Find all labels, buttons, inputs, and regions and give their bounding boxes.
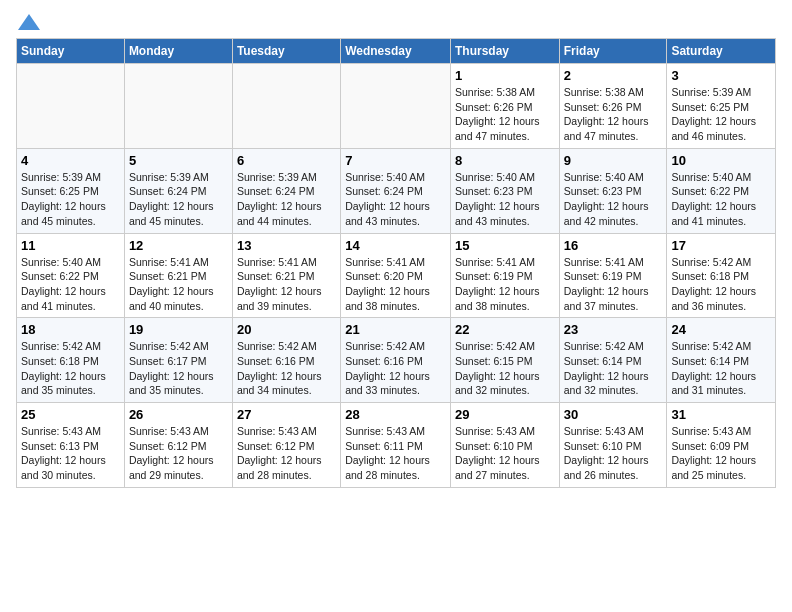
day-number: 28	[345, 407, 446, 422]
day-info: Sunrise: 5:43 AM Sunset: 6:13 PM Dayligh…	[21, 424, 120, 483]
calendar-header-saturday: Saturday	[667, 39, 776, 64]
day-number: 2	[564, 68, 663, 83]
logo	[16, 16, 40, 30]
day-info: Sunrise: 5:38 AM Sunset: 6:26 PM Dayligh…	[455, 85, 555, 144]
day-number: 22	[455, 322, 555, 337]
day-info: Sunrise: 5:42 AM Sunset: 6:15 PM Dayligh…	[455, 339, 555, 398]
day-info: Sunrise: 5:43 AM Sunset: 6:09 PM Dayligh…	[671, 424, 771, 483]
calendar-cell: 7Sunrise: 5:40 AM Sunset: 6:24 PM Daylig…	[341, 148, 451, 233]
day-info: Sunrise: 5:43 AM Sunset: 6:10 PM Dayligh…	[564, 424, 663, 483]
day-info: Sunrise: 5:42 AM Sunset: 6:14 PM Dayligh…	[671, 339, 771, 398]
calendar-cell: 30Sunrise: 5:43 AM Sunset: 6:10 PM Dayli…	[559, 403, 667, 488]
day-info: Sunrise: 5:41 AM Sunset: 6:19 PM Dayligh…	[564, 255, 663, 314]
calendar-cell: 26Sunrise: 5:43 AM Sunset: 6:12 PM Dayli…	[124, 403, 232, 488]
day-number: 13	[237, 238, 336, 253]
day-info: Sunrise: 5:41 AM Sunset: 6:21 PM Dayligh…	[237, 255, 336, 314]
day-number: 12	[129, 238, 228, 253]
day-info: Sunrise: 5:39 AM Sunset: 6:25 PM Dayligh…	[671, 85, 771, 144]
day-info: Sunrise: 5:41 AM Sunset: 6:20 PM Dayligh…	[345, 255, 446, 314]
calendar-week-2: 11Sunrise: 5:40 AM Sunset: 6:22 PM Dayli…	[17, 233, 776, 318]
calendar-cell	[124, 64, 232, 149]
day-info: Sunrise: 5:43 AM Sunset: 6:10 PM Dayligh…	[455, 424, 555, 483]
calendar-week-3: 18Sunrise: 5:42 AM Sunset: 6:18 PM Dayli…	[17, 318, 776, 403]
calendar-cell: 25Sunrise: 5:43 AM Sunset: 6:13 PM Dayli…	[17, 403, 125, 488]
calendar-week-1: 4Sunrise: 5:39 AM Sunset: 6:25 PM Daylig…	[17, 148, 776, 233]
day-number: 4	[21, 153, 120, 168]
day-info: Sunrise: 5:41 AM Sunset: 6:21 PM Dayligh…	[129, 255, 228, 314]
day-number: 16	[564, 238, 663, 253]
day-number: 27	[237, 407, 336, 422]
calendar-cell: 27Sunrise: 5:43 AM Sunset: 6:12 PM Dayli…	[232, 403, 340, 488]
calendar-header-thursday: Thursday	[450, 39, 559, 64]
day-info: Sunrise: 5:40 AM Sunset: 6:22 PM Dayligh…	[21, 255, 120, 314]
calendar-cell: 18Sunrise: 5:42 AM Sunset: 6:18 PM Dayli…	[17, 318, 125, 403]
day-info: Sunrise: 5:42 AM Sunset: 6:17 PM Dayligh…	[129, 339, 228, 398]
calendar-cell: 3Sunrise: 5:39 AM Sunset: 6:25 PM Daylig…	[667, 64, 776, 149]
day-number: 8	[455, 153, 555, 168]
calendar-cell: 13Sunrise: 5:41 AM Sunset: 6:21 PM Dayli…	[232, 233, 340, 318]
day-number: 9	[564, 153, 663, 168]
day-info: Sunrise: 5:43 AM Sunset: 6:12 PM Dayligh…	[129, 424, 228, 483]
day-info: Sunrise: 5:40 AM Sunset: 6:24 PM Dayligh…	[345, 170, 446, 229]
calendar-cell: 29Sunrise: 5:43 AM Sunset: 6:10 PM Dayli…	[450, 403, 559, 488]
calendar-cell: 15Sunrise: 5:41 AM Sunset: 6:19 PM Dayli…	[450, 233, 559, 318]
calendar-cell: 21Sunrise: 5:42 AM Sunset: 6:16 PM Dayli…	[341, 318, 451, 403]
calendar-header-monday: Monday	[124, 39, 232, 64]
day-number: 20	[237, 322, 336, 337]
svg-marker-0	[18, 14, 40, 30]
day-info: Sunrise: 5:42 AM Sunset: 6:14 PM Dayligh…	[564, 339, 663, 398]
calendar-header-tuesday: Tuesday	[232, 39, 340, 64]
calendar-cell	[341, 64, 451, 149]
calendar-cell: 16Sunrise: 5:41 AM Sunset: 6:19 PM Dayli…	[559, 233, 667, 318]
day-info: Sunrise: 5:38 AM Sunset: 6:26 PM Dayligh…	[564, 85, 663, 144]
page-header	[16, 16, 776, 30]
calendar-cell: 5Sunrise: 5:39 AM Sunset: 6:24 PM Daylig…	[124, 148, 232, 233]
day-number: 1	[455, 68, 555, 83]
calendar-cell: 11Sunrise: 5:40 AM Sunset: 6:22 PM Dayli…	[17, 233, 125, 318]
calendar-cell: 12Sunrise: 5:41 AM Sunset: 6:21 PM Dayli…	[124, 233, 232, 318]
calendar-table: SundayMondayTuesdayWednesdayThursdayFrid…	[16, 38, 776, 488]
day-number: 14	[345, 238, 446, 253]
calendar-cell: 31Sunrise: 5:43 AM Sunset: 6:09 PM Dayli…	[667, 403, 776, 488]
day-number: 17	[671, 238, 771, 253]
calendar-cell	[17, 64, 125, 149]
calendar-cell: 1Sunrise: 5:38 AM Sunset: 6:26 PM Daylig…	[450, 64, 559, 149]
calendar-cell: 8Sunrise: 5:40 AM Sunset: 6:23 PM Daylig…	[450, 148, 559, 233]
day-info: Sunrise: 5:43 AM Sunset: 6:12 PM Dayligh…	[237, 424, 336, 483]
day-info: Sunrise: 5:42 AM Sunset: 6:16 PM Dayligh…	[345, 339, 446, 398]
calendar-body: 1Sunrise: 5:38 AM Sunset: 6:26 PM Daylig…	[17, 64, 776, 488]
calendar-cell: 2Sunrise: 5:38 AM Sunset: 6:26 PM Daylig…	[559, 64, 667, 149]
calendar-cell: 28Sunrise: 5:43 AM Sunset: 6:11 PM Dayli…	[341, 403, 451, 488]
day-number: 24	[671, 322, 771, 337]
calendar-cell: 24Sunrise: 5:42 AM Sunset: 6:14 PM Dayli…	[667, 318, 776, 403]
day-info: Sunrise: 5:43 AM Sunset: 6:11 PM Dayligh…	[345, 424, 446, 483]
day-info: Sunrise: 5:39 AM Sunset: 6:24 PM Dayligh…	[129, 170, 228, 229]
day-number: 18	[21, 322, 120, 337]
calendar-cell: 17Sunrise: 5:42 AM Sunset: 6:18 PM Dayli…	[667, 233, 776, 318]
day-info: Sunrise: 5:42 AM Sunset: 6:18 PM Dayligh…	[21, 339, 120, 398]
day-number: 7	[345, 153, 446, 168]
day-number: 25	[21, 407, 120, 422]
day-info: Sunrise: 5:40 AM Sunset: 6:22 PM Dayligh…	[671, 170, 771, 229]
day-number: 23	[564, 322, 663, 337]
calendar-header-sunday: Sunday	[17, 39, 125, 64]
day-info: Sunrise: 5:39 AM Sunset: 6:24 PM Dayligh…	[237, 170, 336, 229]
day-number: 5	[129, 153, 228, 168]
calendar-cell: 6Sunrise: 5:39 AM Sunset: 6:24 PM Daylig…	[232, 148, 340, 233]
day-number: 29	[455, 407, 555, 422]
calendar-cell: 19Sunrise: 5:42 AM Sunset: 6:17 PM Dayli…	[124, 318, 232, 403]
calendar-cell: 23Sunrise: 5:42 AM Sunset: 6:14 PM Dayli…	[559, 318, 667, 403]
day-info: Sunrise: 5:41 AM Sunset: 6:19 PM Dayligh…	[455, 255, 555, 314]
day-number: 11	[21, 238, 120, 253]
calendar-cell: 22Sunrise: 5:42 AM Sunset: 6:15 PM Dayli…	[450, 318, 559, 403]
calendar-cell: 4Sunrise: 5:39 AM Sunset: 6:25 PM Daylig…	[17, 148, 125, 233]
day-number: 26	[129, 407, 228, 422]
calendar-header-wednesday: Wednesday	[341, 39, 451, 64]
day-info: Sunrise: 5:40 AM Sunset: 6:23 PM Dayligh…	[455, 170, 555, 229]
logo-icon	[18, 14, 40, 30]
day-number: 30	[564, 407, 663, 422]
day-number: 19	[129, 322, 228, 337]
calendar-header-row: SundayMondayTuesdayWednesdayThursdayFrid…	[17, 39, 776, 64]
calendar-cell	[232, 64, 340, 149]
calendar-week-4: 25Sunrise: 5:43 AM Sunset: 6:13 PM Dayli…	[17, 403, 776, 488]
